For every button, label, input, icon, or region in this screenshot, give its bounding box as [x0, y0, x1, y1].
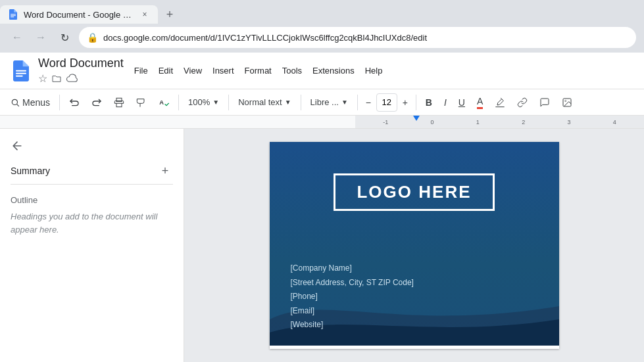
address-bar: ← → ↻ 🔒 docs.google.com/document/d/1IVC1… [0, 24, 644, 53]
ruler-cursor [413, 116, 420, 121]
docs-app-icon [11, 60, 32, 81]
summary-add-button[interactable]: + [157, 163, 173, 179]
new-tab-button[interactable]: + [161, 5, 179, 24]
link-icon [517, 97, 528, 108]
menu-help[interactable]: Help [360, 63, 388, 78]
menu-view[interactable]: View [178, 63, 207, 78]
toolbar-sep-2 [178, 95, 179, 110]
folder-icon[interactable] [51, 73, 62, 83]
paintformat-button[interactable] [131, 92, 152, 113]
search-icon [11, 98, 20, 107]
menu-format[interactable]: Format [239, 63, 277, 78]
svg-rect-0 [11, 14, 16, 14]
font-size-minus-button[interactable]: − [362, 96, 375, 109]
ruler-scale: -1 0 1 2 3 4 [355, 119, 644, 125]
tab-close-button[interactable]: × [139, 9, 150, 20]
style-select[interactable]: Normal text ▼ [233, 92, 296, 113]
paintformat-icon [136, 97, 147, 108]
sidebar-back-button[interactable] [11, 139, 26, 152]
print-icon [114, 97, 124, 108]
outline-title: Outline [11, 195, 173, 205]
docs-tab-icon [8, 9, 18, 20]
font-size-plus-button[interactable]: + [399, 96, 412, 109]
image-icon [562, 97, 572, 108]
app-bar: Word Document ☆ File Edit View Insert Fo… [0, 53, 644, 89]
outline-hint: Headings you add to the document will ap… [11, 210, 173, 236]
menu-tools[interactable]: Tools [277, 63, 307, 78]
svg-rect-5 [16, 75, 23, 76]
italic-button[interactable]: I [439, 92, 452, 113]
menu-extensions[interactable]: Extensions [307, 63, 360, 78]
doc-area: LOGO HERE [Company Name] [Street Address… [184, 129, 644, 362]
highlight-button[interactable] [489, 92, 510, 113]
menus-search-button[interactable]: Menus [5, 92, 55, 113]
spellcheck-icon: A [159, 97, 169, 108]
tab-title: Word Document - Google Docs [24, 10, 134, 20]
contact-email: [Email] [291, 304, 414, 319]
contact-phone: [Phone] [291, 290, 414, 304]
svg-rect-2 [11, 16, 14, 17]
undo-button[interactable] [64, 92, 85, 113]
toolbar-sep-3 [228, 95, 229, 110]
toolbar-sep-5 [357, 95, 358, 110]
bold-button[interactable]: B [420, 92, 437, 113]
svg-point-6 [12, 99, 17, 104]
toolbar-sep-6 [416, 95, 416, 110]
doc-cover: LOGO HERE [Company Name] [Street Address… [270, 142, 559, 346]
comment-icon [539, 97, 550, 108]
active-tab[interactable]: Word Document - Google Docs × [0, 5, 158, 24]
svg-rect-9 [116, 103, 122, 106]
summary-section: Summary + [11, 163, 173, 185]
zoom-select[interactable]: 100% ▼ [183, 92, 224, 113]
forward-button[interactable]: → [32, 28, 50, 47]
font-size-display[interactable]: 12 [376, 93, 397, 112]
menu-bar: File Edit View Insert Format Tools Exten… [129, 63, 388, 78]
link-button[interactable] [512, 92, 533, 113]
cloud-icon[interactable] [66, 74, 78, 83]
back-button[interactable]: ← [8, 28, 26, 47]
refresh-button[interactable]: ↻ [55, 28, 74, 47]
redo-icon [91, 97, 102, 108]
sidebar: Summary + Outline Headings you add to th… [0, 129, 184, 362]
app-icons-row: ☆ [38, 72, 124, 85]
comment-button[interactable] [534, 92, 555, 113]
svg-rect-4 [16, 72, 26, 74]
undo-icon [69, 97, 80, 108]
ruler-left [0, 116, 355, 128]
svg-text:A: A [159, 99, 164, 106]
spellcheck-button[interactable]: A [153, 92, 174, 113]
svg-rect-8 [116, 98, 122, 101]
url-bar[interactable]: 🔒 docs.google.com/document/d/1IVC1zYTivL… [79, 27, 636, 48]
ruler-right: -1 0 1 2 3 4 [355, 116, 644, 128]
print-button[interactable] [109, 92, 130, 113]
logo-box: LOGO HERE [334, 173, 494, 211]
svg-rect-3 [16, 70, 26, 71]
underline-button[interactable]: U [453, 92, 470, 113]
contact-company: [Company Name] [291, 261, 414, 276]
font-select[interactable]: Libre ... ▼ [305, 92, 353, 113]
summary-header: Summary + [11, 163, 173, 185]
image-button[interactable] [557, 92, 578, 113]
outline-section: Outline Headings you add to the document… [11, 195, 173, 236]
font-arrow: ▼ [341, 99, 348, 106]
lock-icon: 🔒 [87, 32, 98, 43]
redo-button[interactable] [86, 92, 107, 113]
toolbar: Menus A 100% ▼ Normal text ▼ Libre ... ▼… [0, 89, 644, 116]
menu-edit[interactable]: Edit [153, 63, 178, 78]
star-icon[interactable]: ☆ [38, 72, 47, 85]
doc-page: LOGO HERE [Company Name] [Street Address… [270, 142, 559, 349]
app-title-area: Word Document ☆ [38, 57, 124, 85]
zoom-arrow: ▼ [212, 99, 219, 106]
ruler: -1 0 1 2 3 4 [0, 116, 644, 129]
contact-website: [Website] [291, 318, 414, 332]
text-color-button[interactable]: A [472, 92, 488, 113]
svg-point-14 [565, 100, 566, 101]
font-size-area: − 12 + [362, 93, 412, 112]
menu-insert[interactable]: Insert [207, 63, 239, 78]
contact-info: [Company Name] [Street Address, City, ST… [291, 261, 414, 332]
svg-line-7 [17, 104, 19, 106]
summary-title: Summary [11, 166, 50, 176]
main-area: Summary + Outline Headings you add to th… [0, 129, 644, 362]
app-title: Word Document [38, 57, 124, 71]
menu-file[interactable]: File [129, 63, 153, 78]
